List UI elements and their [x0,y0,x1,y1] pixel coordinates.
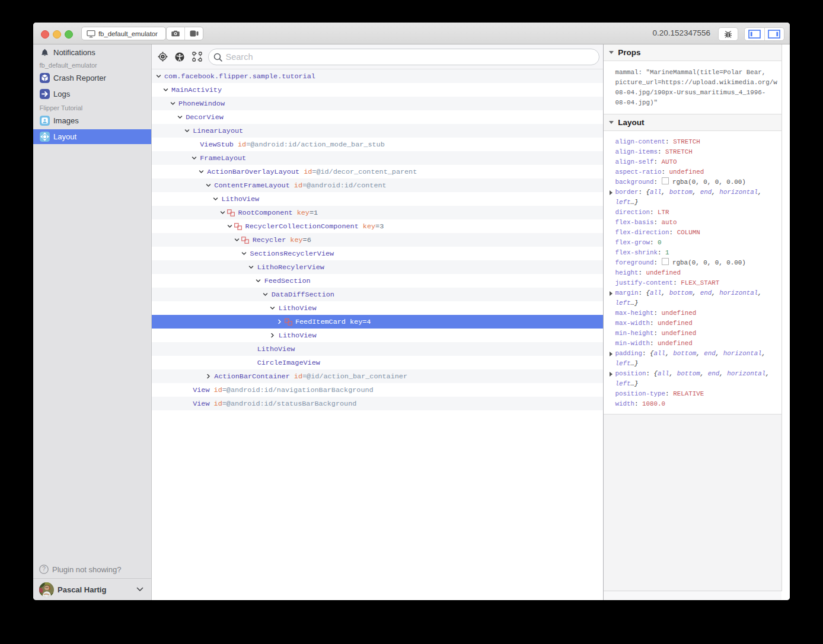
svg-text:?: ? [42,566,46,572]
